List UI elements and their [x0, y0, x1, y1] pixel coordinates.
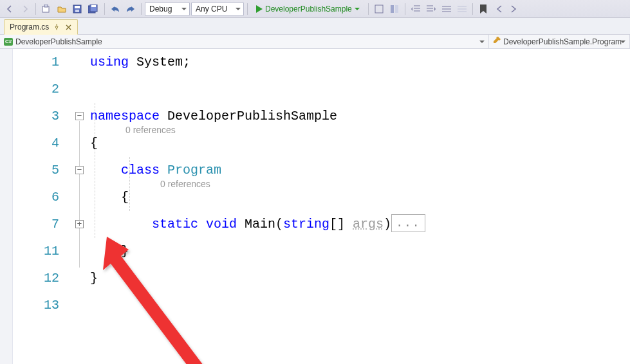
bookmark-toggle-button[interactable]	[476, 2, 490, 16]
separator	[405, 3, 405, 15]
nav-type-label: DeveloperPublishSample.Program	[503, 37, 622, 46]
line-number: 11	[13, 238, 59, 265]
code-line[interactable]	[90, 292, 630, 319]
main-toolbar: Debug Any CPU DeveloperPublishSample	[0, 0, 630, 18]
separator	[247, 3, 248, 15]
code-line[interactable]: }	[90, 265, 630, 292]
codelens-class-references[interactable]: 0 references	[125, 125, 176, 135]
code-nav-bar: C# DeveloperPublishSample DeveloperPubli…	[0, 35, 630, 49]
svg-rect-7	[91, 5, 96, 7]
code-line[interactable]: }	[90, 238, 630, 265]
line-number: 7	[13, 211, 59, 238]
pin-icon[interactable]	[53, 23, 60, 31]
separator	[472, 3, 473, 15]
code-editor[interactable]: 1 2 3 4 5 6 7 11 12 13 − − + using Syste…	[0, 49, 630, 364]
code-surface[interactable]: using System; namespace DeveloperPublish…	[90, 49, 630, 364]
svg-rect-3	[75, 6, 80, 8]
nav-namespace-label: DeveloperPublishSample	[15, 37, 102, 46]
line-number: 13	[13, 292, 59, 319]
tab-title: Program.cs	[10, 23, 49, 32]
new-project-button[interactable]	[39, 2, 53, 16]
line-number: 6	[13, 184, 59, 211]
code-line[interactable]: static void Main(string[] args)...	[90, 211, 630, 238]
outlining-margin: − − +	[71, 49, 90, 364]
line-number: 2	[13, 76, 59, 103]
separator	[141, 3, 142, 15]
fold-toggle-method-collapsed[interactable]: +	[75, 220, 84, 228]
line-number: 3	[13, 103, 59, 130]
fold-toggle-namespace[interactable]: −	[75, 112, 84, 120]
start-debug-label: DeveloperPublishSample	[265, 5, 352, 14]
class-icon	[493, 37, 501, 46]
separator	[368, 3, 369, 15]
bookmark-next-button[interactable]	[507, 2, 521, 16]
platform-dropdown[interactable]: Any CPU	[191, 2, 244, 16]
line-number-gutter: 1 2 3 4 5 6 7 11 12 13	[13, 49, 71, 364]
save-all-button[interactable]	[86, 2, 101, 16]
nav-namespace-dropdown[interactable]: C# DeveloperPublishSample	[0, 35, 489, 48]
tab-program-cs[interactable]: Program.cs	[4, 19, 78, 35]
uncomment-button[interactable]	[455, 2, 469, 16]
line-number: 12	[13, 265, 59, 292]
separator	[104, 3, 105, 15]
fold-guide	[79, 121, 80, 268]
open-file-button[interactable]	[55, 2, 69, 16]
toolbar-button-b[interactable]	[387, 2, 402, 16]
svg-rect-1	[44, 5, 48, 7]
document-tab-strip: Program.cs	[0, 18, 630, 35]
bookmark-prev-button[interactable]	[492, 2, 506, 16]
indicator-margin	[0, 49, 13, 364]
build-config-value: Debug	[149, 5, 172, 14]
outdent-button[interactable]	[409, 2, 423, 16]
redo-button[interactable]	[124, 2, 138, 16]
undo-button[interactable]	[108, 2, 122, 16]
code-line[interactable]: using System;	[90, 49, 630, 76]
nav-type-dropdown[interactable]: DeveloperPublishSample.Program	[489, 35, 630, 48]
build-config-dropdown[interactable]: Debug	[145, 2, 190, 16]
nav-back-button[interactable]	[3, 2, 17, 16]
line-number: 5	[13, 157, 59, 184]
csharp-icon: C#	[4, 38, 13, 46]
comment-button[interactable]	[440, 2, 454, 16]
line-number: 4	[13, 130, 59, 157]
collapsed-region-box[interactable]: ...	[391, 214, 425, 232]
close-icon[interactable]	[64, 23, 72, 31]
code-line[interactable]	[90, 76, 630, 103]
start-debug-button[interactable]: DeveloperPublishSample	[251, 2, 365, 16]
indent-button[interactable]	[424, 2, 438, 16]
line-number: 1	[13, 49, 59, 76]
svg-rect-8	[375, 5, 383, 13]
nav-fwd-button[interactable]	[18, 2, 32, 16]
svg-rect-10	[395, 5, 398, 13]
platform-value: Any CPU	[196, 5, 227, 14]
codelens-method-references[interactable]: 0 references	[160, 179, 210, 189]
svg-rect-9	[391, 5, 394, 13]
fold-toggle-class[interactable]: −	[75, 166, 84, 174]
save-button[interactable]	[70, 2, 84, 16]
svg-rect-4	[75, 10, 79, 12]
toolbar-button-a[interactable]	[372, 2, 386, 16]
separator	[35, 3, 36, 15]
